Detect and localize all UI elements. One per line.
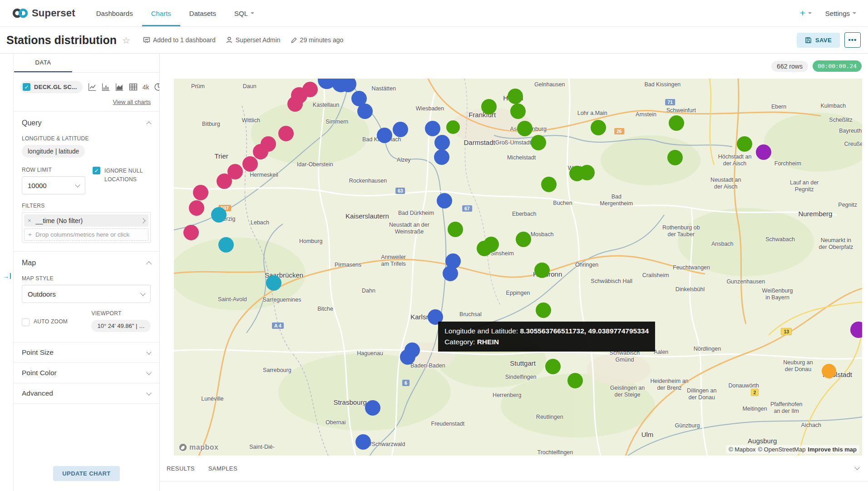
view-all-charts-link[interactable]: View all charts: [113, 99, 151, 105]
scatter-point-pink[interactable]: [189, 200, 204, 216]
map-style-select[interactable]: Outdoors: [22, 285, 151, 303]
scatter-point-green[interactable]: [536, 303, 551, 318]
scatter-point-green[interactable]: [667, 150, 683, 165]
viz-type-4k[interactable]: 4k: [143, 84, 149, 91]
nav-item-charts[interactable]: Charts: [142, 0, 180, 26]
viz-type-selected[interactable]: ✓ DECK.GL SC...: [20, 81, 83, 93]
filter-chip-time[interactable]: × __time (No filter): [24, 214, 148, 227]
scatter-point-pink[interactable]: [278, 126, 294, 141]
scatter-point-green[interactable]: [669, 115, 684, 131]
osm-attribution-link[interactable]: © OpenStreetMap: [758, 446, 805, 453]
scatter-point-green[interactable]: [446, 120, 460, 134]
dashboards-badge[interactable]: Added to 1 dashboard: [143, 36, 216, 44]
scatter-point-green[interactable]: [517, 121, 533, 136]
map-city-label: Freudenstadt: [431, 421, 465, 427]
table-icon[interactable]: [129, 83, 138, 91]
scatter-point-pink[interactable]: [302, 82, 318, 97]
lonlat-chip[interactable]: longitude | latitude: [22, 145, 85, 158]
auto-zoom-checkbox[interactable]: [22, 318, 30, 326]
map-section-header[interactable]: Map: [22, 259, 151, 267]
scatter-point-pink[interactable]: [253, 144, 268, 159]
scatter-point-pink[interactable]: [217, 174, 232, 189]
settings-menu[interactable]: Settings: [825, 10, 856, 17]
scatter-point-green[interactable]: [737, 136, 752, 152]
advanced-section-header[interactable]: Advanced: [14, 383, 159, 404]
scatter-point-blue[interactable]: [355, 434, 371, 450]
update-chart-button[interactable]: UPDATE CHART: [53, 466, 119, 481]
scatter-point-pink[interactable]: [287, 96, 303, 112]
scatter-point-blue[interactable]: [437, 193, 452, 208]
pie-chart-icon[interactable]: [154, 83, 159, 91]
scatter-point-pink[interactable]: [242, 156, 258, 172]
favorite-star-icon[interactable]: ☆: [122, 35, 130, 46]
scatter-point-pink[interactable]: [183, 225, 199, 240]
tab-results[interactable]: RESULTS: [167, 465, 195, 472]
map-city-label: Lauf an der Pegnitz: [788, 179, 821, 193]
scatter-point-orange[interactable]: [822, 364, 836, 378]
scatter-point-pink[interactable]: [193, 185, 208, 200]
ignore-null-checkbox[interactable]: ✓: [93, 167, 100, 174]
bar-chart-icon[interactable]: [102, 83, 110, 91]
map-city-label: Günzburg: [675, 422, 700, 429]
map-city-label: Arnstein: [636, 111, 656, 118]
new-item-button[interactable]: +: [800, 8, 812, 19]
nav-item-datasets[interactable]: Datasets: [180, 0, 225, 26]
scatter-point-blue[interactable]: [365, 400, 380, 416]
viewport-chip[interactable]: 10° 24' 49.86" | …: [91, 320, 151, 332]
query-section-header[interactable]: Query: [22, 119, 151, 127]
map-city-label: Bad Kissingen: [644, 81, 681, 88]
deckgl-scatter-map[interactable]: PrümDaunNastättenWiesbadenFrankfurtHanau…: [174, 79, 862, 456]
scatter-point-blue[interactable]: [425, 121, 440, 136]
scatter-point-cyan[interactable]: [211, 207, 227, 223]
improve-map-link[interactable]: Improve this map: [808, 446, 857, 453]
scatter-point-green[interactable]: [541, 177, 557, 192]
save-button[interactable]: SAVE: [797, 33, 840, 48]
scatter-point-green[interactable]: [508, 89, 523, 104]
scatter-point-blue[interactable]: [393, 122, 408, 137]
query-timer-badge: 00:00:00.24: [813, 60, 862, 72]
scatter-point-green[interactable]: [545, 359, 561, 374]
superset-logo[interactable]: Superset: [0, 0, 87, 26]
scatter-point-green[interactable]: [534, 263, 550, 278]
area-chart-icon[interactable]: [115, 83, 124, 91]
scatter-point-green[interactable]: [448, 222, 463, 237]
mapbox-logo[interactable]: mapbox: [178, 443, 218, 452]
scatter-point-green[interactable]: [567, 373, 583, 388]
more-actions-button[interactable]: •••: [844, 32, 861, 48]
map-city-label: Idar-Oberstein: [297, 161, 333, 168]
remove-filter-icon[interactable]: ×: [28, 217, 31, 224]
scatter-point-green[interactable]: [510, 104, 526, 119]
scatter-point-green[interactable]: [481, 99, 497, 114]
tab-data[interactable]: DATA: [14, 54, 72, 72]
scatter-point-blue[interactable]: [377, 128, 392, 143]
scatter-point-blue[interactable]: [357, 104, 373, 119]
nav-item-dashboards[interactable]: Dashboards: [87, 0, 142, 26]
expand-panel-icon[interactable]: →: [3, 61, 11, 491]
scatter-point-green[interactable]: [579, 165, 595, 180]
last-modified-badge[interactable]: 29 minutes ago: [291, 36, 344, 44]
drop-columns-target[interactable]: + Drop columns/metrics here or click: [24, 228, 148, 241]
scatter-point-blue[interactable]: [434, 135, 450, 150]
scatter-point-blue[interactable]: [443, 266, 458, 281]
scatter-point-cyan[interactable]: [218, 237, 234, 253]
row-limit-select[interactable]: 10000: [22, 176, 85, 194]
scatter-point-green[interactable]: [591, 120, 606, 135]
tab-samples[interactable]: SAMPLES: [208, 465, 237, 472]
owner-badge[interactable]: Superset Admin: [226, 36, 281, 44]
scatter-point-blue[interactable]: [400, 349, 415, 365]
point-color-section-header[interactable]: Point Color: [14, 363, 159, 383]
scatter-point-purple[interactable]: [756, 144, 771, 160]
line-chart-icon[interactable]: [88, 83, 97, 91]
scatter-point-green[interactable]: [531, 135, 546, 150]
mapbox-attribution-link[interactable]: © Mapbox: [729, 446, 755, 453]
scatter-point-green[interactable]: [477, 241, 492, 256]
map-tooltip: Longitude and Latitude: 8.30556376651173…: [438, 322, 655, 352]
road-shield: 6: [402, 380, 409, 386]
scatter-point-blue[interactable]: [434, 149, 449, 165]
collapse-results-icon[interactable]: [855, 464, 859, 472]
chevron-right-icon: [140, 218, 145, 223]
scatter-point-cyan[interactable]: [266, 275, 281, 291]
point-size-section-header[interactable]: Point Size: [14, 342, 159, 363]
nav-item-sql[interactable]: SQL: [225, 0, 263, 26]
scatter-point-green[interactable]: [516, 232, 531, 247]
